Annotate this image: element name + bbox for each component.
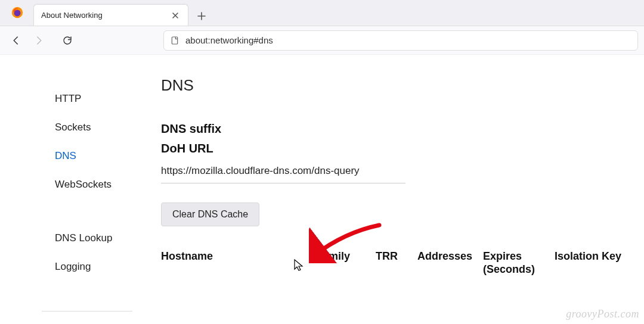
col-addresses: Addresses [417, 250, 483, 276]
sidebar-item-websockets[interactable]: WebSockets [0, 170, 135, 199]
tab-title: About Networking [41, 11, 170, 20]
clear-dns-cache-button[interactable]: Clear DNS Cache [161, 202, 259, 226]
forward-button[interactable] [29, 30, 49, 51]
sidebar-item-sockets[interactable]: Sockets [0, 113, 135, 142]
col-family: Family [316, 250, 376, 276]
doh-url-label: DoH URL [161, 142, 638, 155]
sidebar-divider [42, 311, 132, 311]
sidebar: HTTP Sockets DNS WebSockets DNS Lookup L… [0, 55, 135, 324]
toolbar: about:networking#dns [0, 26, 644, 55]
firefox-icon [5, 0, 30, 26]
page-title: DNS [161, 76, 638, 95]
sidebar-item-dns-lookup[interactable]: DNS Lookup [0, 224, 135, 253]
tab-about-networking[interactable]: About Networking [33, 4, 188, 26]
col-isolation-key: Isolation Key [555, 250, 638, 276]
content-area: HTTP Sockets DNS WebSockets DNS Lookup L… [0, 55, 644, 324]
sidebar-item-dns[interactable]: DNS [0, 142, 135, 170]
url-text: about:networking#dns [185, 35, 273, 45]
watermark: groovyPost.com [566, 308, 639, 320]
dns-table-header: Hostname Family TRR Addresses Expires (S… [161, 250, 638, 276]
tab-bar: About Networking [0, 0, 644, 26]
col-trr: TRR [376, 250, 417, 276]
col-expires: Expires (Seconds) [483, 250, 555, 276]
reload-button[interactable] [57, 30, 78, 51]
svg-rect-2 [172, 37, 177, 44]
close-icon[interactable] [170, 10, 181, 21]
col-hostname: Hostname [161, 250, 316, 276]
dns-suffix-label: DNS suffix [161, 122, 638, 136]
url-bar[interactable]: about:networking#dns [163, 30, 638, 51]
main-panel: DNS DNS suffix DoH URL https://mozilla.c… [135, 55, 644, 324]
back-button[interactable] [6, 30, 26, 51]
sidebar-item-logging[interactable]: Logging [0, 253, 135, 281]
new-tab-button[interactable] [192, 7, 211, 26]
doh-url-value: https://mozilla.cloudflare-dns.com/dns-q… [161, 161, 405, 183]
sidebar-item-http[interactable]: HTTP [0, 85, 135, 113]
page-icon [170, 36, 179, 45]
